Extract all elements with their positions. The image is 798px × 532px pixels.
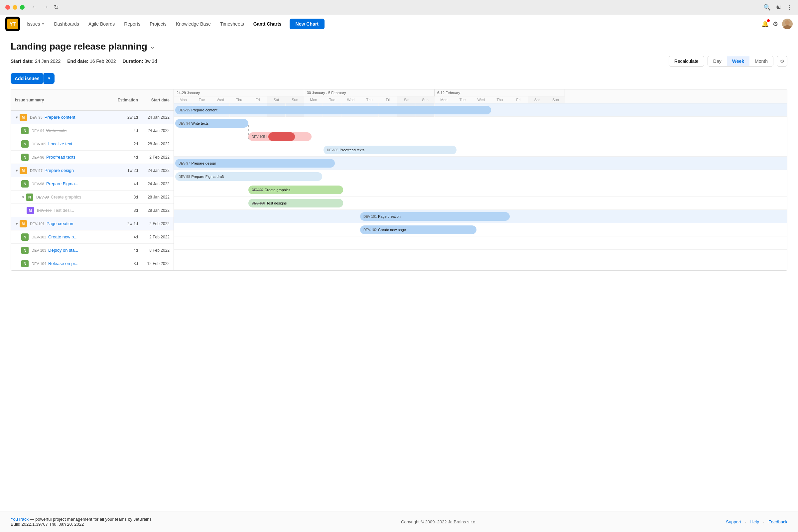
day-thu-2: Thu [360,96,379,103]
row-name-link[interactable]: Create new p... [48,234,77,240]
nav-item-reports[interactable]: Reports [120,19,144,28]
bar-overdue [268,132,295,141]
collapse-icon[interactable]: ▼ [15,115,19,119]
left-panel-header: Issue summary Estimation Start date [11,90,174,111]
gantt-bar-dev102[interactable]: DEV-102 Create new page [360,225,476,234]
gantt-bar-dev100[interactable]: DEV-100 Test designs [248,199,343,208]
close-button[interactable] [5,5,10,10]
row-estimation: 3d [115,195,138,200]
row-startdate: 24 Jan 2022 [138,115,170,120]
view-day-button[interactable]: Day [708,56,727,66]
table-row: N DEV-103 Deploy on sta... 4d 8 Feb 2022 [11,244,174,257]
nav-item-agile-boards[interactable]: Agile Boards [84,19,119,28]
view-month-button[interactable]: Month [749,56,773,66]
avatar[interactable] [782,19,793,29]
nav-logo[interactable]: YT [5,17,20,31]
bar-id: DEV-95 [178,108,190,112]
nav-item-gantt-charts[interactable]: Gantt Charts [249,19,286,28]
row-summary: N DEV-96 Proofread texts [15,154,115,161]
row-name-link[interactable]: Release on pr... [48,261,78,266]
nav-item-dashboards[interactable]: Dashboards [50,19,83,28]
extensions-icon[interactable]: ☯ [776,4,781,11]
bar-row-dev99: DEV-99 Create graphics [174,183,787,196]
row-name-link[interactable]: Page creation [46,221,73,226]
gantt-bar-dev101[interactable]: DEV-101 Page creation [360,212,510,221]
maximize-button[interactable] [20,5,25,10]
bar-row-dev98: DEV-98 Prepare Figma draft [174,170,787,183]
reload-button[interactable]: ↻ [54,4,59,11]
settings-icon[interactable]: ⚙ [773,20,778,27]
row-name-link[interactable]: Deploy on sta... [48,248,78,253]
row-id: DEV-105 [32,142,46,146]
table-row: N DEV-98 Prepare Figma... 4d 24 Jan 2022 [11,177,174,191]
nav-item-projects[interactable]: Projects [146,19,171,28]
gantt-bar-dev94[interactable]: DEV-94 Write texts [175,119,248,128]
nav-item-knowledge-base[interactable]: Knowledge Base [172,19,215,28]
gantt-bar-dev99[interactable]: DEV-99 Create graphics [248,186,343,194]
row-name-link[interactable]: Proofread texts [46,155,75,159]
row-id: DEV-102 [32,235,46,239]
view-week-button[interactable]: Week [727,56,749,66]
badge-m: M [20,167,27,174]
add-issues-dropdown-button[interactable]: ▼ [43,73,55,84]
bar-row-dev102: DEV-102 Create new page [174,223,787,236]
row-id-strike: DEV-94 [32,129,44,133]
search-icon[interactable]: 🔍 [763,4,771,11]
day-tue-1: Tue [192,96,211,103]
day-mon-1: Mon [174,96,192,103]
row-name-link[interactable]: Prepare content [44,115,75,120]
gantt-settings-icon[interactable]: ⚙ [777,56,787,66]
add-issues-button[interactable]: Add issues [11,73,43,84]
forward-button[interactable]: → [42,4,49,11]
gantt-bar-dev95[interactable]: DEV-95 Prepare content [175,106,491,114]
row-id: DEV-98 [32,182,44,186]
collapse-icon[interactable]: ▼ [15,169,19,173]
title-chevron-icon[interactable]: ⌄ [150,43,155,50]
footer: YouTrack — powerful project management f… [0,511,798,532]
days-row-2: Mon Tue Wed Thu Fri Sat Sun [304,96,434,103]
collapse-icon[interactable]: ▼ [15,222,19,226]
nav-item-timesheets[interactable]: Timesheets [216,19,248,28]
gantt-bar-dev96[interactable]: DEV-96 Proofread texts [324,146,457,154]
duration-label: Duration: 3w 3d [123,58,157,64]
bar-label: Prepare content [191,108,217,112]
bar-id: DEV-102 [363,228,377,232]
footer-feedback-link[interactable]: Feedback [768,519,787,524]
footer-support-link[interactable]: Support [726,519,741,524]
table-row: ▼ N DEV-99 Create graphics 3d 28 Jan 202… [11,191,174,204]
row-name-link[interactable]: Prepare Figma... [46,181,78,186]
notifications-icon[interactable]: 🔔 [761,20,769,27]
badge-n: N [21,140,28,148]
day-sun-2: Sun [416,96,435,103]
row-name-link[interactable]: Localize text [48,141,72,146]
row-name-link[interactable]: Prepare design [44,168,74,173]
day-mon-3: Mon [435,96,453,103]
gantt-bar-dev98[interactable]: DEV-98 Prepare Figma draft [175,172,322,181]
nav-items: Issues ▼ Dashboards Agile Boards Reports… [23,19,761,29]
page-title: Landing page release planning [11,41,147,52]
row-estimation: 4d [115,182,138,186]
table-row: N DEV-96 Proofread texts 4d 2 Feb 2022 [11,151,174,164]
footer-help-link[interactable]: Help [750,519,759,524]
nav-item-issues[interactable]: Issues ▼ [23,19,49,28]
minimize-button[interactable] [13,5,17,10]
footer-sep1: · [745,519,746,524]
new-chart-button[interactable]: New Chart [290,19,324,29]
gantt-bar-dev97[interactable]: DEV-97 Prepare design [175,159,335,168]
recalculate-button[interactable]: Recalculate [669,56,704,66]
bar-id-strike: DEV-94 [178,122,190,125]
back-button[interactable]: ← [31,4,37,11]
day-wed-3: Wed [472,96,491,103]
add-issues-wrapper: Add issues ▼ [11,73,55,84]
nav-right: 🔔 ⚙ [761,19,793,29]
collapse-icon[interactable]: ▼ [21,195,25,199]
bar-label: Test designs [266,201,287,205]
day-sun-1: Sun [286,96,304,103]
row-estimation: 3d [115,261,138,266]
row-summary: ▼ N DEV-99 Create graphics [15,193,115,201]
menu-icon[interactable]: ⋮ [787,4,793,11]
table-row: N DEV-94 Write texts 4d 24 Jan 2022 [11,124,174,137]
row-summary: N DEV-104 Release on pr... [15,260,115,267]
footer-brand-link[interactable]: YouTrack [11,517,28,522]
row-estimation: 2w 1d [115,222,138,226]
